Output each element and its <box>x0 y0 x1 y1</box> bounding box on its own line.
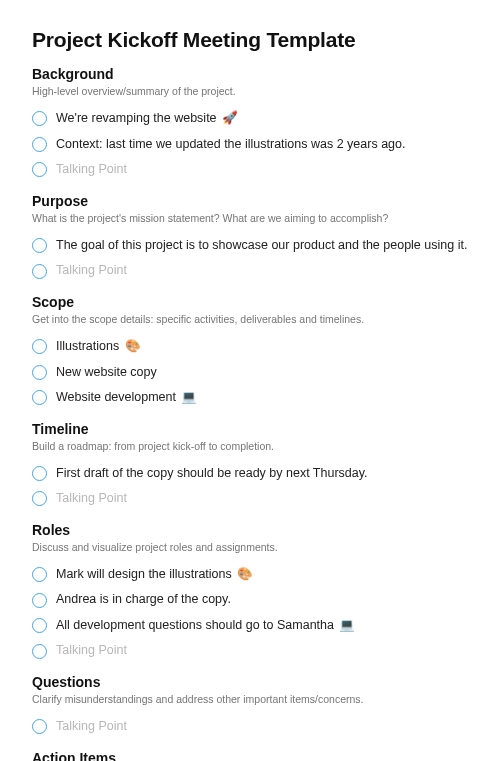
placeholder-item[interactable]: Talking Point <box>32 638 469 664</box>
section-action-items: Action ItemsWhat came out of this meetin… <box>32 750 469 761</box>
circle-bullet-icon[interactable] <box>32 162 47 177</box>
circle-bullet-icon[interactable] <box>32 593 47 608</box>
circle-bullet-icon[interactable] <box>32 618 47 633</box>
section-title: Questions <box>32 674 469 690</box>
circle-bullet-icon[interactable] <box>32 719 47 734</box>
placeholder-text[interactable]: Talking Point <box>56 161 127 179</box>
section-title: Timeline <box>32 421 469 437</box>
circle-bullet-icon[interactable] <box>32 137 47 152</box>
laptop-icon: 💻 <box>339 617 355 635</box>
section-description: What is the project's mission statement?… <box>32 211 469 225</box>
rocket-icon: 🚀 <box>222 110 238 128</box>
placeholder-item[interactable]: Talking Point <box>32 258 469 284</box>
list-item[interactable]: Mark will design the illustrations 🎨 <box>32 562 469 588</box>
page-title: Project Kickoff Meeting Template <box>32 28 469 52</box>
list-item[interactable]: Context: last time we updated the illust… <box>32 132 469 158</box>
section-title: Roles <box>32 522 469 538</box>
circle-bullet-icon[interactable] <box>32 644 47 659</box>
section-background: BackgroundHigh-level overview/summary of… <box>32 66 469 183</box>
section-title: Purpose <box>32 193 469 209</box>
circle-bullet-icon[interactable] <box>32 491 47 506</box>
item-text[interactable]: New website copy <box>56 364 157 382</box>
circle-bullet-icon[interactable] <box>32 111 47 126</box>
circle-bullet-icon[interactable] <box>32 238 47 253</box>
list-item[interactable]: Illustrations 🎨 <box>32 334 469 360</box>
placeholder-item[interactable]: Talking Point <box>32 486 469 512</box>
palette-icon: 🎨 <box>237 566 253 584</box>
section-title: Action Items <box>32 750 469 761</box>
circle-bullet-icon[interactable] <box>32 390 47 405</box>
list-item[interactable]: All development questions should go to S… <box>32 613 469 639</box>
item-text[interactable]: Website development 💻 <box>56 389 197 407</box>
placeholder-text[interactable]: Talking Point <box>56 490 127 508</box>
section-description: Discuss and visualize project roles and … <box>32 540 469 554</box>
circle-bullet-icon[interactable] <box>32 339 47 354</box>
list-item[interactable]: Website development 💻 <box>32 385 469 411</box>
list-item[interactable]: Andrea is in charge of the copy. <box>32 587 469 613</box>
placeholder-text[interactable]: Talking Point <box>56 718 127 736</box>
item-text[interactable]: Context: last time we updated the illust… <box>56 136 406 154</box>
section-description: High-level overview/summary of the proje… <box>32 84 469 98</box>
placeholder-item[interactable]: Talking Point <box>32 714 469 740</box>
circle-bullet-icon[interactable] <box>32 567 47 582</box>
laptop-icon: 💻 <box>181 389 197 407</box>
item-text[interactable]: The goal of this project is to showcase … <box>56 237 467 255</box>
list-item[interactable]: The goal of this project is to showcase … <box>32 233 469 259</box>
circle-bullet-icon[interactable] <box>32 264 47 279</box>
palette-icon: 🎨 <box>125 338 141 356</box>
placeholder-text[interactable]: Talking Point <box>56 262 127 280</box>
list-item[interactable]: We're revamping the website 🚀 <box>32 106 469 132</box>
item-text[interactable]: Mark will design the illustrations 🎨 <box>56 566 253 584</box>
circle-bullet-icon[interactable] <box>32 365 47 380</box>
item-text[interactable]: All development questions should go to S… <box>56 617 355 635</box>
section-questions: QuestionsClarify misunderstandings and a… <box>32 674 469 740</box>
section-description: Build a roadmap: from project kick-off t… <box>32 439 469 453</box>
section-scope: ScopeGet into the scope details: specifi… <box>32 294 469 411</box>
section-purpose: PurposeWhat is the project's mission sta… <box>32 193 469 284</box>
section-title: Scope <box>32 294 469 310</box>
section-roles: RolesDiscuss and visualize project roles… <box>32 522 469 664</box>
list-item[interactable]: New website copy <box>32 360 469 386</box>
section-title: Background <box>32 66 469 82</box>
section-description: Clarify misunderstandings and address ot… <box>32 692 469 706</box>
placeholder-text[interactable]: Talking Point <box>56 642 127 660</box>
item-text[interactable]: First draft of the copy should be ready … <box>56 465 368 483</box>
item-text[interactable]: We're revamping the website 🚀 <box>56 110 238 128</box>
list-item[interactable]: First draft of the copy should be ready … <box>32 461 469 487</box>
circle-bullet-icon[interactable] <box>32 466 47 481</box>
sections-container: BackgroundHigh-level overview/summary of… <box>32 66 469 761</box>
item-text[interactable]: Andrea is in charge of the copy. <box>56 591 231 609</box>
placeholder-item[interactable]: Talking Point <box>32 157 469 183</box>
document-page: Project Kickoff Meeting Template Backgro… <box>0 0 501 761</box>
section-description: Get into the scope details: specific act… <box>32 312 469 326</box>
section-timeline: TimelineBuild a roadmap: from project ki… <box>32 421 469 512</box>
item-text[interactable]: Illustrations 🎨 <box>56 338 141 356</box>
